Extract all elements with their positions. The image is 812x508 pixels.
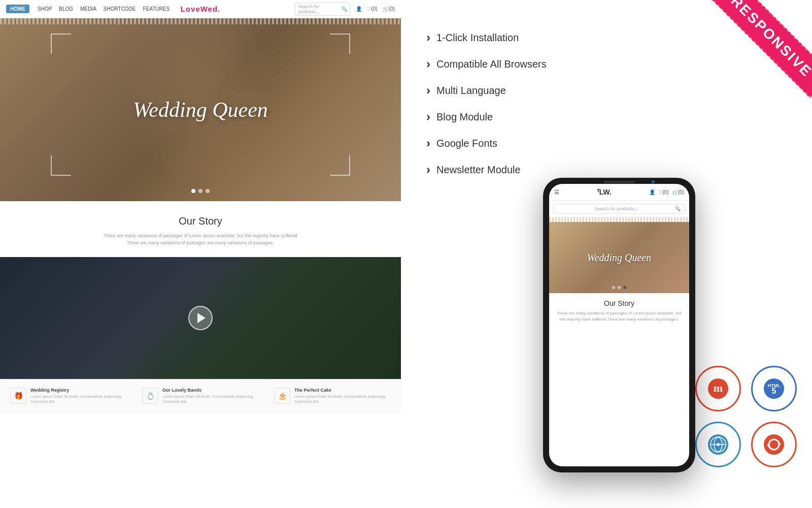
feature-item-3: Multi Language	[426, 83, 547, 98]
bands-desc: Lorem Ipsum Dolor Sit Amet, Consectetuer…	[162, 394, 259, 405]
search-icon[interactable]: 🔍	[342, 7, 347, 12]
phone-story: Our Story There are many variations of p…	[549, 293, 689, 329]
phone-dot-1[interactable]	[612, 286, 615, 289]
html5-icon: HTML 5	[751, 366, 797, 411]
desktop-preview: HOME SHOP BLOG MEDIA SHORTCODE FEATURES …	[0, 0, 401, 508]
phone-menu-icon[interactable]: ☰	[554, 189, 559, 196]
search-bar[interactable]: Search for products... 🔍	[295, 3, 351, 16]
phone-camera	[652, 180, 655, 183]
video-section	[0, 257, 401, 379]
bands-title: Our Lovely Bands	[162, 388, 259, 393]
lace-decoration	[0, 18, 401, 24]
feature-item-6: Newsletter Module	[426, 163, 547, 177]
phone-screen: ☰ ᵀLW. 👤 ♡(0) 🛒(0) Search for products..…	[549, 184, 689, 466]
list-item: 💍 Our Lovely Bands Lorem Ipsum Dolor Sit…	[142, 388, 259, 405]
phone-dot-2[interactable]	[618, 286, 621, 289]
story-title: Our Story	[10, 215, 391, 227]
cake-title: The Perfect Cake	[294, 388, 391, 393]
hero-dots	[191, 189, 210, 193]
nav-shortcode[interactable]: SHORTCODE	[104, 6, 136, 12]
nav-media[interactable]: MEDIA	[80, 6, 96, 12]
play-button[interactable]	[188, 306, 213, 330]
phone-search-icon[interactable]: 🔍	[675, 206, 681, 211]
story-section: Our Story There are many variations of p…	[0, 201, 401, 257]
svg-text:5: 5	[772, 387, 776, 395]
hero-dot-1[interactable]	[191, 189, 195, 193]
phone-nav-right: 👤 ♡(0) 🛒(0)	[649, 189, 684, 195]
update-icon	[751, 422, 797, 467]
feature-item-5: Google Fonts	[426, 136, 547, 150]
phone-search[interactable]: Search for products... 🔍	[553, 204, 685, 214]
hero-dot-3[interactable]	[206, 189, 210, 193]
registry-title: Wedding Registry	[30, 388, 127, 393]
hero-section: Wedding Queen	[0, 18, 401, 201]
phone-hero-text: Wedding Queen	[587, 252, 651, 264]
phone-speaker	[604, 181, 634, 183]
phone-hero-dots	[612, 286, 626, 289]
hero-dot-2[interactable]	[198, 189, 202, 193]
feature-item-1: 1-Click Installation	[426, 30, 547, 45]
video-overlay	[0, 257, 401, 379]
registry-text: Wedding Registry Lorem Ipsum Dolor Sit A…	[30, 388, 127, 405]
cake-icon: 🎂	[274, 388, 290, 404]
phone-cart[interactable]: 🛒(0)	[672, 189, 684, 195]
nav-home-button[interactable]: HOME	[6, 5, 29, 13]
frame-corner-tl	[51, 34, 71, 54]
registry-desc: Lorem Ipsum Dolor Sit Amet, Consectetuer…	[30, 394, 127, 405]
phone-lace-decoration	[549, 217, 689, 222]
wordpress-icon	[695, 422, 741, 467]
phone-wishlist[interactable]: ♡(0)	[658, 189, 669, 195]
frame-corner-bl	[51, 155, 71, 176]
right-panel: RESPONSIVE 1-Click Installation Compatib…	[401, 0, 812, 508]
nav-blog[interactable]: BLOG	[59, 6, 73, 12]
svg-text:m: m	[714, 382, 723, 394]
play-icon	[197, 313, 206, 323]
phone-story-text: There are many variations of passages of…	[554, 310, 684, 323]
nav-right: Search for products... 🔍 👤 ♡(0) 🛒(0)	[295, 3, 395, 16]
magento-icon: m	[695, 366, 741, 411]
list-item: 🎂 The Perfect Cake Lorem Ipsum Dolor Sit…	[274, 388, 391, 405]
wishlist-count[interactable]: ♡(0)	[367, 6, 378, 12]
phone-dot-3[interactable]	[623, 286, 626, 289]
hero-title: Wedding Queen	[133, 98, 268, 122]
frame-corner-tr	[330, 34, 350, 54]
user-icon[interactable]: 👤	[356, 6, 362, 12]
features-list: 1-Click Installation Compatible All Brow…	[426, 30, 547, 189]
bands-text: Our Lovely Bands Lorem Ipsum Dolor Sit A…	[162, 388, 259, 405]
registry-icon: 🎁	[10, 388, 26, 404]
nav-links: SHOP BLOG MEDIA SHORTCODE FEATURES	[38, 6, 170, 12]
phone-story-title: Our Story	[554, 299, 684, 307]
cake-desc: Lorem Ipsum Dolor Sit Amet, Consectetuer…	[294, 394, 391, 405]
cake-text: The Perfect Cake Lorem Ipsum Dolor Sit A…	[294, 388, 391, 405]
phone-nav: ☰ ᵀLW. 👤 ♡(0) 🛒(0)	[549, 184, 689, 201]
responsive-banner: RESPONSIVE	[680, 0, 812, 132]
logo-part2: Wed.	[200, 5, 221, 13]
cart-count[interactable]: 🛒(0)	[383, 6, 395, 12]
feature-item-4: Blog Module	[426, 110, 547, 124]
story-text: There are many variations of passages of…	[99, 232, 302, 247]
nav-bar: HOME SHOP BLOG MEDIA SHORTCODE FEATURES …	[0, 0, 401, 18]
frame-corner-br	[330, 155, 350, 176]
phone-logo: ᵀLW.	[597, 188, 612, 196]
phone-search-placeholder: Search for products...	[594, 206, 638, 211]
list-item: 🎁 Wedding Registry Lorem Ipsum Dolor Sit…	[10, 388, 127, 405]
search-placeholder: Search for products...	[298, 4, 340, 14]
responsive-ribbon: RESPONSIVE	[709, 0, 812, 99]
bottom-icons-row: 🎁 Wedding Registry Lorem Ipsum Dolor Sit…	[0, 379, 401, 413]
feature-item-2: Compatible All Browsers	[426, 57, 547, 71]
phone-hero: Wedding Queen	[549, 222, 689, 293]
bands-icon: 💍	[142, 388, 158, 404]
logo-part1: Love	[181, 5, 200, 13]
nav-features[interactable]: FEATURES	[143, 6, 170, 12]
phone-user-icon[interactable]: 👤	[649, 189, 655, 195]
phone-mockup: ☰ ᵀLW. 👤 ♡(0) 🛒(0) Search for products..…	[543, 178, 695, 472]
nav-shop[interactable]: SHOP	[38, 6, 52, 12]
site-logo: LoveWed.	[181, 5, 221, 13]
